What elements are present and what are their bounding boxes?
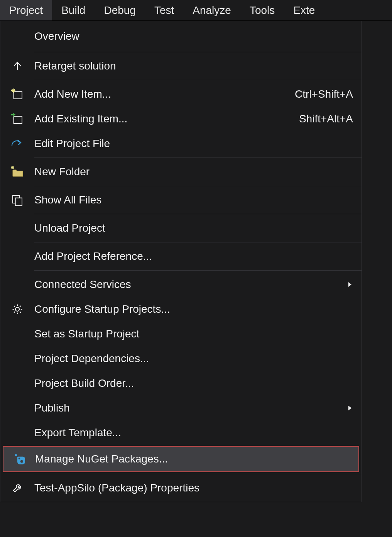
highlighted-menu-item: Manage NuGet Packages... — [3, 446, 359, 472]
menu-item-label: New Folder — [34, 166, 353, 178]
nuget-icon — [3, 453, 35, 465]
menubar-item-debug[interactable]: Debug — [95, 0, 145, 20]
svg-point-19 — [19, 458, 20, 460]
menu-separator — [34, 80, 362, 80]
menu-item-connected-services[interactable]: Connected Services — [0, 272, 362, 297]
menu-item-label: Connected Services — [34, 278, 347, 291]
menu-item-manage-nuget-packages[interactable]: Manage NuGet Packages... — [3, 447, 358, 471]
menu-item-label: Set as Startup Project — [34, 328, 353, 340]
menubar-item-build[interactable]: Build — [52, 0, 95, 20]
menu-item-new-folder[interactable]: New Folder — [0, 159, 362, 184]
new-item-icon — [0, 88, 34, 100]
svg-marker-15 — [348, 282, 351, 287]
existing-item-icon — [0, 113, 34, 125]
new-folder-icon — [0, 166, 34, 178]
menu-separator — [34, 270, 362, 271]
svg-marker-17 — [348, 406, 351, 410]
menubar-item-label: Test — [154, 4, 174, 17]
menu-item-label: Overview — [34, 30, 353, 42]
menu-item-label: Retarget solution — [34, 60, 353, 72]
menu-item-label: Export Template... — [34, 427, 353, 439]
menu-item-project-build-order[interactable]: Project Build Order... — [0, 371, 362, 396]
show-all-files-icon — [0, 194, 34, 206]
menu-item-overview[interactable]: Overview — [0, 22, 362, 50]
menubar-item-project[interactable]: Project — [0, 0, 52, 20]
svg-rect-1 — [14, 91, 22, 99]
svg-rect-6 — [14, 116, 22, 124]
menu-separator — [34, 214, 362, 214]
menu-item-edit-project-file[interactable]: Edit Project File — [0, 131, 362, 156]
menubar: Project Build Debug Test Analyze Tools E… — [0, 0, 392, 21]
edit-arrow-icon — [0, 139, 34, 149]
menu-item-label: Show All Files — [34, 194, 353, 206]
menu-item-label: Edit Project File — [34, 137, 353, 150]
menu-item-set-as-startup-project[interactable]: Set as Startup Project — [0, 322, 362, 346]
menu-item-configure-startup-projects[interactable]: Configure Startup Projects... — [0, 297, 362, 322]
menu-separator — [34, 186, 362, 186]
menu-item-add-existing-item[interactable]: Add Existing Item... Shift+Alt+A — [0, 107, 362, 131]
submenu-chevron-icon — [347, 281, 353, 288]
menubar-item-test[interactable]: Test — [145, 0, 183, 20]
menu-item-label: Project Dependencies... — [34, 352, 353, 365]
menubar-item-label: Tools — [250, 4, 275, 17]
menu-item-retarget-solution[interactable]: Retarget solution — [0, 54, 362, 78]
menu-separator — [34, 474, 362, 474]
arrow-up-icon — [0, 60, 34, 72]
menu-separator — [34, 242, 362, 242]
menu-item-label: Unload Project — [34, 222, 353, 234]
menu-item-add-project-reference[interactable]: Add Project Reference... — [0, 244, 362, 269]
menu-item-label: Add New Item... — [34, 88, 287, 100]
svg-point-16 — [15, 307, 19, 311]
menu-item-project-properties[interactable]: Test-AppSilo (Package) Properties — [0, 476, 362, 500]
menu-item-shortcut: Shift+Alt+A — [291, 113, 353, 125]
svg-point-20 — [20, 460, 23, 463]
menu-item-label: Add Existing Item... — [34, 113, 291, 125]
menubar-item-tools[interactable]: Tools — [240, 0, 284, 20]
menubar-item-label: Build — [61, 4, 85, 17]
menu-item-label: Configure Startup Projects... — [34, 303, 353, 315]
menubar-item-extensions[interactable]: Exte — [284, 0, 324, 20]
menu-item-publish[interactable]: Publish — [0, 396, 362, 420]
menu-item-show-all-files[interactable]: Show All Files — [0, 188, 362, 212]
menu-item-project-dependencies[interactable]: Project Dependencies... — [0, 346, 362, 371]
submenu-chevron-icon — [347, 405, 353, 411]
gear-icon — [0, 303, 34, 315]
wrench-icon — [0, 482, 34, 494]
menubar-item-label: Project — [9, 4, 43, 17]
menu-item-shortcut: Ctrl+Shift+A — [287, 88, 353, 100]
menu-item-label: Manage NuGet Packages... — [35, 453, 350, 465]
menu-item-export-template[interactable]: Export Template... — [0, 420, 362, 445]
menubar-item-label: Exte — [293, 4, 315, 17]
menubar-item-label: Analyze — [193, 4, 231, 17]
menu-item-add-new-item[interactable]: Add New Item... Ctrl+Shift+A — [0, 82, 362, 107]
svg-rect-14 — [15, 198, 22, 206]
project-menu-dropdown: Overview Retarget solution Add New Item.… — [0, 21, 362, 502]
svg-point-18 — [15, 454, 17, 456]
menu-separator — [34, 158, 362, 158]
menu-item-label: Project Build Order... — [34, 377, 353, 390]
menubar-item-label: Debug — [104, 4, 136, 17]
menu-item-label: Test-AppSilo (Package) Properties — [34, 482, 353, 494]
menu-separator — [34, 52, 362, 52]
menubar-item-analyze[interactable]: Analyze — [183, 0, 240, 20]
menu-item-unload-project[interactable]: Unload Project — [0, 216, 362, 241]
menu-item-label: Add Project Reference... — [34, 250, 353, 263]
menu-item-label: Publish — [34, 402, 347, 414]
